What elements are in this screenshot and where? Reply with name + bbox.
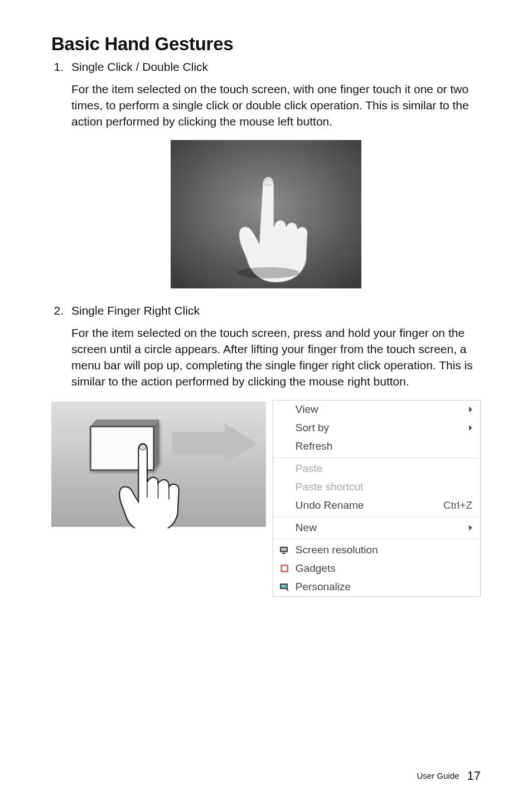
page-number: 17 <box>467 769 481 783</box>
menu-label: Gadgets <box>296 562 472 575</box>
svg-rect-16 <box>281 585 287 588</box>
menu-label: Undo Rename <box>296 499 443 512</box>
menu-label: Paste shortcut <box>296 481 472 493</box>
svg-rect-7 <box>172 432 225 455</box>
menu-item-sort-by[interactable]: Sort by <box>273 419 480 437</box>
menu-item-new[interactable]: New <box>273 519 480 537</box>
menu-label: Personalize <box>296 581 472 593</box>
menu-label: Paste <box>296 462 472 475</box>
chevron-right-icon <box>469 407 472 412</box>
menu-item-personalize[interactable]: Personalize <box>273 578 480 596</box>
chevron-right-icon <box>469 525 472 531</box>
menu-label: View <box>296 403 472 416</box>
list-number: 2. <box>51 304 64 400</box>
gadgets-icon <box>279 563 290 574</box>
list-title: Single Click / Double Click <box>71 60 481 74</box>
menu-shortcut: Ctrl+Z <box>443 499 472 512</box>
footer-label: User Guide <box>417 771 459 780</box>
menu-item-paste: Paste <box>273 460 480 478</box>
list-number: 1. <box>51 60 64 140</box>
figure-single-tap <box>171 140 361 288</box>
svg-marker-4 <box>90 420 159 427</box>
svg-marker-5 <box>154 420 159 470</box>
menu-item-undo-rename[interactable]: Undo Rename Ctrl+Z <box>273 496 480 515</box>
menu-label: Sort by <box>296 422 472 434</box>
list-title: Single Finger Right Click <box>71 304 481 317</box>
section-heading: Basic Hand Gestures <box>51 33 481 55</box>
figure-long-press <box>51 400 266 528</box>
chevron-right-icon <box>469 425 472 431</box>
menu-item-screen-resolution[interactable]: Screen resolution <box>273 541 480 560</box>
screen-resolution-icon <box>279 544 290 556</box>
menu-label: Screen resolution <box>296 544 472 556</box>
menu-separator <box>274 517 480 517</box>
menu-item-refresh[interactable]: Refresh <box>273 437 480 456</box>
list-item-2: 2. Single Finger Right Click For the ite… <box>51 304 481 400</box>
svg-rect-14 <box>282 566 287 571</box>
personalize-icon <box>279 581 290 592</box>
menu-separator <box>274 539 480 539</box>
menu-item-gadgets[interactable]: Gadgets <box>273 560 480 578</box>
menu-separator <box>274 457 480 458</box>
svg-rect-12 <box>282 553 286 554</box>
svg-point-1 <box>264 179 273 186</box>
menu-item-view[interactable]: View <box>273 401 480 419</box>
menu-label: Refresh <box>296 440 472 452</box>
menu-label: New <box>296 522 472 534</box>
page-footer: User Guide 17 <box>417 769 481 783</box>
menu-item-paste-shortcut: Paste shortcut <box>273 478 480 496</box>
list-paragraph: For the item selected on the touch scree… <box>71 81 481 130</box>
desktop-context-menu: View Sort by Refresh Paste Paste shortcu… <box>273 400 481 597</box>
svg-point-9 <box>139 445 146 450</box>
svg-point-2 <box>237 267 299 278</box>
list-item-1: 1. Single Click / Double Click For the i… <box>51 60 481 140</box>
list-paragraph: For the item selected on the touch scree… <box>71 325 481 390</box>
svg-rect-11 <box>281 548 287 551</box>
